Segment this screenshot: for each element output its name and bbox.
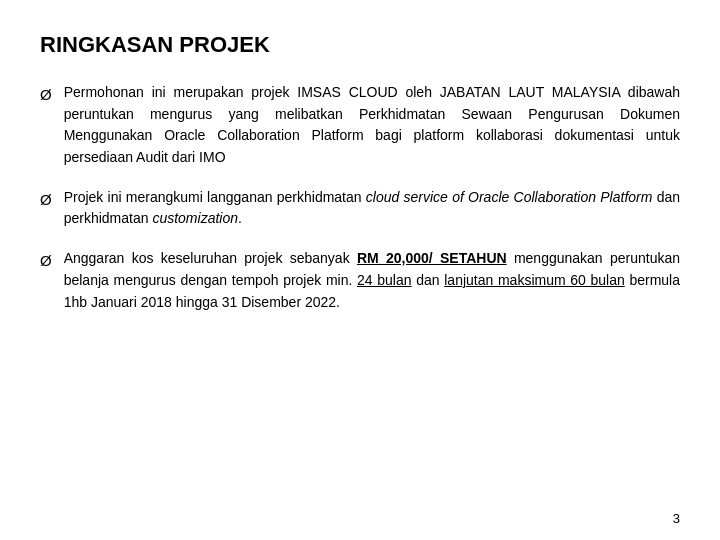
- bullet-text-2: Projek ini merangkumi langganan perkhidm…: [64, 187, 680, 230]
- bullet-symbol-2: Ø: [40, 188, 52, 211]
- bullet-symbol-1: Ø: [40, 83, 52, 106]
- bullet3-underline2: 24 bulan: [357, 272, 412, 288]
- page-container: RINGKASAN PROJEK Ø Permohonan ini merupa…: [0, 0, 720, 540]
- bullet3-text1: Anggaran kos keseluruhan projek sebanyak: [64, 250, 357, 266]
- page-title: RINGKASAN PROJEK: [40, 32, 680, 58]
- bullet-symbol-3: Ø: [40, 249, 52, 272]
- list-item-1: Ø Permohonan ini merupakan projek IMSAS …: [40, 82, 680, 169]
- bullet2-italic2: customization: [152, 210, 238, 226]
- bullet2-italic1: cloud service of Oracle Collaboration Pl…: [366, 189, 653, 205]
- list-item-2: Ø Projek ini merangkumi langganan perkhi…: [40, 187, 680, 230]
- bullet3-underline3: lanjutan maksimum 60 bulan: [444, 272, 625, 288]
- bullet3-bold-underline1: RM 20,000/ SETAHUN: [357, 250, 507, 266]
- bullet-text-1: Permohonan ini merupakan projek IMSAS CL…: [64, 82, 680, 169]
- bullet2-text-before: Projek ini merangkumi langganan perkhidm…: [64, 189, 366, 205]
- page-number: 3: [673, 511, 680, 526]
- bullet-list: Ø Permohonan ini merupakan projek IMSAS …: [40, 82, 680, 313]
- list-item-3: Ø Anggaran kos keseluruhan projek sebany…: [40, 248, 680, 313]
- bullet-text-3: Anggaran kos keseluruhan projek sebanyak…: [64, 248, 680, 313]
- bullet2-text-end: .: [238, 210, 242, 226]
- bullet3-text3: dan: [412, 272, 445, 288]
